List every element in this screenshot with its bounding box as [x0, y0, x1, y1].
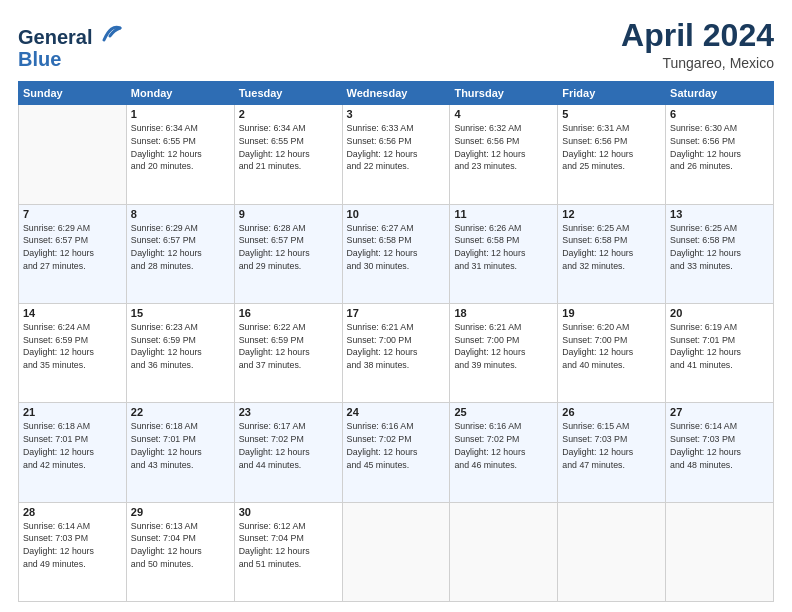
calendar-cell	[19, 105, 127, 204]
day-number: 28	[23, 506, 122, 518]
col-header-wednesday: Wednesday	[342, 82, 450, 105]
day-number: 9	[239, 208, 338, 220]
calendar-cell: 21Sunrise: 6:18 AMSunset: 7:01 PMDayligh…	[19, 403, 127, 502]
calendar-cell	[342, 502, 450, 601]
calendar-cell: 15Sunrise: 6:23 AMSunset: 6:59 PMDayligh…	[126, 303, 234, 402]
calendar-week-row: 1Sunrise: 6:34 AMSunset: 6:55 PMDaylight…	[19, 105, 774, 204]
day-number: 15	[131, 307, 230, 319]
day-number: 12	[562, 208, 661, 220]
day-info: Sunrise: 6:29 AMSunset: 6:57 PMDaylight:…	[23, 222, 122, 273]
day-info: Sunrise: 6:26 AMSunset: 6:58 PMDaylight:…	[454, 222, 553, 273]
day-info: Sunrise: 6:30 AMSunset: 6:56 PMDaylight:…	[670, 122, 769, 173]
header: General Blue April 2024 Tungareo, Mexico	[18, 18, 774, 71]
col-header-thursday: Thursday	[450, 82, 558, 105]
day-number: 17	[347, 307, 446, 319]
calendar-cell: 22Sunrise: 6:18 AMSunset: 7:01 PMDayligh…	[126, 403, 234, 502]
day-info: Sunrise: 6:18 AMSunset: 7:01 PMDaylight:…	[131, 420, 230, 471]
day-info: Sunrise: 6:24 AMSunset: 6:59 PMDaylight:…	[23, 321, 122, 372]
calendar-cell: 1Sunrise: 6:34 AMSunset: 6:55 PMDaylight…	[126, 105, 234, 204]
calendar-week-row: 21Sunrise: 6:18 AMSunset: 7:01 PMDayligh…	[19, 403, 774, 502]
day-info: Sunrise: 6:21 AMSunset: 7:00 PMDaylight:…	[347, 321, 446, 372]
calendar-cell: 27Sunrise: 6:14 AMSunset: 7:03 PMDayligh…	[666, 403, 774, 502]
day-info: Sunrise: 6:33 AMSunset: 6:56 PMDaylight:…	[347, 122, 446, 173]
calendar-cell: 7Sunrise: 6:29 AMSunset: 6:57 PMDaylight…	[19, 204, 127, 303]
day-info: Sunrise: 6:29 AMSunset: 6:57 PMDaylight:…	[131, 222, 230, 273]
calendar-cell: 14Sunrise: 6:24 AMSunset: 6:59 PMDayligh…	[19, 303, 127, 402]
col-header-monday: Monday	[126, 82, 234, 105]
day-number: 19	[562, 307, 661, 319]
calendar-cell: 12Sunrise: 6:25 AMSunset: 6:58 PMDayligh…	[558, 204, 666, 303]
day-number: 11	[454, 208, 553, 220]
calendar-cell	[666, 502, 774, 601]
title-month: April 2024	[621, 18, 774, 53]
page: General Blue April 2024 Tungareo, Mexico…	[0, 0, 792, 612]
day-info: Sunrise: 6:16 AMSunset: 7:02 PMDaylight:…	[347, 420, 446, 471]
calendar-cell	[450, 502, 558, 601]
day-number: 18	[454, 307, 553, 319]
logo-icon	[100, 22, 122, 44]
day-info: Sunrise: 6:12 AMSunset: 7:04 PMDaylight:…	[239, 520, 338, 571]
calendar-cell: 24Sunrise: 6:16 AMSunset: 7:02 PMDayligh…	[342, 403, 450, 502]
day-info: Sunrise: 6:22 AMSunset: 6:59 PMDaylight:…	[239, 321, 338, 372]
calendar-cell: 13Sunrise: 6:25 AMSunset: 6:58 PMDayligh…	[666, 204, 774, 303]
calendar-cell: 25Sunrise: 6:16 AMSunset: 7:02 PMDayligh…	[450, 403, 558, 502]
calendar-week-row: 14Sunrise: 6:24 AMSunset: 6:59 PMDayligh…	[19, 303, 774, 402]
col-header-sunday: Sunday	[19, 82, 127, 105]
day-number: 30	[239, 506, 338, 518]
day-info: Sunrise: 6:25 AMSunset: 6:58 PMDaylight:…	[562, 222, 661, 273]
day-number: 20	[670, 307, 769, 319]
day-number: 25	[454, 406, 553, 418]
day-number: 7	[23, 208, 122, 220]
calendar-week-row: 28Sunrise: 6:14 AMSunset: 7:03 PMDayligh…	[19, 502, 774, 601]
day-number: 24	[347, 406, 446, 418]
title-location: Tungareo, Mexico	[621, 55, 774, 71]
day-info: Sunrise: 6:23 AMSunset: 6:59 PMDaylight:…	[131, 321, 230, 372]
logo-blue: Blue	[18, 48, 122, 70]
calendar-cell: 9Sunrise: 6:28 AMSunset: 6:57 PMDaylight…	[234, 204, 342, 303]
day-info: Sunrise: 6:25 AMSunset: 6:58 PMDaylight:…	[670, 222, 769, 273]
calendar-header-row: SundayMondayTuesdayWednesdayThursdayFrid…	[19, 82, 774, 105]
day-number: 6	[670, 108, 769, 120]
day-number: 22	[131, 406, 230, 418]
day-number: 1	[131, 108, 230, 120]
calendar-cell: 28Sunrise: 6:14 AMSunset: 7:03 PMDayligh…	[19, 502, 127, 601]
calendar-cell: 5Sunrise: 6:31 AMSunset: 6:56 PMDaylight…	[558, 105, 666, 204]
day-number: 13	[670, 208, 769, 220]
day-number: 5	[562, 108, 661, 120]
day-number: 27	[670, 406, 769, 418]
calendar-cell: 18Sunrise: 6:21 AMSunset: 7:00 PMDayligh…	[450, 303, 558, 402]
logo: General Blue	[18, 22, 122, 70]
day-info: Sunrise: 6:20 AMSunset: 7:00 PMDaylight:…	[562, 321, 661, 372]
calendar-cell: 4Sunrise: 6:32 AMSunset: 6:56 PMDaylight…	[450, 105, 558, 204]
day-number: 14	[23, 307, 122, 319]
day-info: Sunrise: 6:34 AMSunset: 6:55 PMDaylight:…	[131, 122, 230, 173]
calendar-cell: 29Sunrise: 6:13 AMSunset: 7:04 PMDayligh…	[126, 502, 234, 601]
day-number: 23	[239, 406, 338, 418]
day-number: 21	[23, 406, 122, 418]
calendar-cell: 30Sunrise: 6:12 AMSunset: 7:04 PMDayligh…	[234, 502, 342, 601]
day-number: 29	[131, 506, 230, 518]
day-info: Sunrise: 6:34 AMSunset: 6:55 PMDaylight:…	[239, 122, 338, 173]
calendar-table: SundayMondayTuesdayWednesdayThursdayFrid…	[18, 81, 774, 602]
day-info: Sunrise: 6:18 AMSunset: 7:01 PMDaylight:…	[23, 420, 122, 471]
calendar-week-row: 7Sunrise: 6:29 AMSunset: 6:57 PMDaylight…	[19, 204, 774, 303]
calendar-cell: 6Sunrise: 6:30 AMSunset: 6:56 PMDaylight…	[666, 105, 774, 204]
day-info: Sunrise: 6:27 AMSunset: 6:58 PMDaylight:…	[347, 222, 446, 273]
calendar-cell: 10Sunrise: 6:27 AMSunset: 6:58 PMDayligh…	[342, 204, 450, 303]
col-header-tuesday: Tuesday	[234, 82, 342, 105]
day-info: Sunrise: 6:16 AMSunset: 7:02 PMDaylight:…	[454, 420, 553, 471]
calendar-cell: 8Sunrise: 6:29 AMSunset: 6:57 PMDaylight…	[126, 204, 234, 303]
calendar-cell: 20Sunrise: 6:19 AMSunset: 7:01 PMDayligh…	[666, 303, 774, 402]
col-header-friday: Friday	[558, 82, 666, 105]
calendar-cell: 11Sunrise: 6:26 AMSunset: 6:58 PMDayligh…	[450, 204, 558, 303]
calendar-cell: 2Sunrise: 6:34 AMSunset: 6:55 PMDaylight…	[234, 105, 342, 204]
day-info: Sunrise: 6:21 AMSunset: 7:00 PMDaylight:…	[454, 321, 553, 372]
day-info: Sunrise: 6:15 AMSunset: 7:03 PMDaylight:…	[562, 420, 661, 471]
day-info: Sunrise: 6:28 AMSunset: 6:57 PMDaylight:…	[239, 222, 338, 273]
day-number: 4	[454, 108, 553, 120]
day-info: Sunrise: 6:19 AMSunset: 7:01 PMDaylight:…	[670, 321, 769, 372]
col-header-saturday: Saturday	[666, 82, 774, 105]
day-info: Sunrise: 6:14 AMSunset: 7:03 PMDaylight:…	[670, 420, 769, 471]
day-number: 3	[347, 108, 446, 120]
day-info: Sunrise: 6:31 AMSunset: 6:56 PMDaylight:…	[562, 122, 661, 173]
